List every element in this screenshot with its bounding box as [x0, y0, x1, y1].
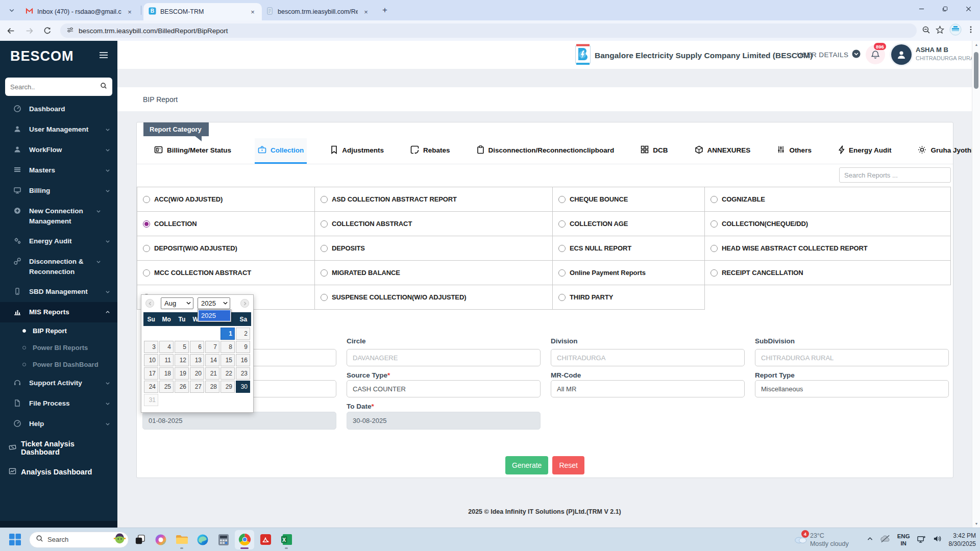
- option-deposits[interactable]: DEPOSITS: [315, 236, 553, 261]
- sidebar-item-billing[interactable]: Billing: [0, 181, 117, 201]
- option-suspense-collection[interactable]: SUSPENSE COLLECTION(W/O ADJUSTED): [315, 285, 553, 310]
- sidebar-search[interactable]: [5, 78, 112, 96]
- subdivision-field[interactable]: CHITRADURGA RURAL: [755, 349, 949, 366]
- task-view-button[interactable]: [130, 530, 150, 549]
- mr-code-field[interactable]: All MR: [551, 380, 745, 397]
- tab-annexures[interactable]: ANNEXURES: [692, 138, 754, 164]
- option-online-payment-reports[interactable]: Online Payment Reports: [553, 261, 705, 285]
- calendar-day[interactable]: 28: [205, 381, 219, 393]
- sidebar-item-analysis-dashboard[interactable]: Analysis Dashboard: [0, 462, 117, 482]
- generate-button[interactable]: Generate: [505, 456, 548, 474]
- maximize-button[interactable]: [933, 0, 957, 17]
- circle-field[interactable]: DAVANAGERE: [347, 349, 541, 366]
- browser-tab-gmail[interactable]: Inbox (470) - rsdaao@gmail.co ×: [20, 3, 139, 20]
- option-acc-wo-adjusted[interactable]: ACC(W/O ADJUSTED): [137, 187, 315, 212]
- option-collection-cheque-dd[interactable]: COLLECTION(CHEQUE/DD): [705, 212, 951, 236]
- tab-close-icon[interactable]: ×: [362, 8, 370, 16]
- clock-widget[interactable]: 3:42 PM8/30/2025: [949, 532, 976, 548]
- radio-icon[interactable]: [143, 196, 150, 203]
- tab-rebates[interactable]: Rebates: [407, 138, 453, 164]
- calendar-year-select[interactable]: 2025: [198, 297, 230, 309]
- radio-icon[interactable]: [558, 196, 566, 203]
- calendar-month-select[interactable]: Aug: [161, 297, 193, 309]
- option-collection-age[interactable]: COLLECTION AGE: [553, 212, 705, 236]
- sidebar-item-support-activity[interactable]: Support Activity: [0, 373, 117, 393]
- calendar-day[interactable]: 31: [144, 394, 158, 406]
- division-field[interactable]: CHITRADURGA: [551, 349, 745, 366]
- sidebar-subitem-power-bi-reports[interactable]: Power BI Reports: [0, 339, 117, 356]
- radio-icon[interactable]: [710, 220, 718, 228]
- back-icon[interactable]: [3, 23, 18, 38]
- volume-icon[interactable]: [933, 535, 942, 545]
- sidebar-item-new-connection[interactable]: New Connection Management: [0, 201, 117, 231]
- tab-collection[interactable]: Collection: [255, 138, 307, 164]
- sidebar-item-masters[interactable]: Masters: [0, 160, 117, 181]
- option-migrated-balance[interactable]: MIGRATED BALANCE: [315, 261, 553, 285]
- calendar-day[interactable]: 16: [236, 354, 250, 366]
- calendar-day[interactable]: 1: [220, 328, 235, 340]
- tab-search-icon[interactable]: [4, 3, 19, 18]
- radio-icon[interactable]: [321, 269, 328, 277]
- url-text[interactable]: bescom.trm.ieasybill.com/BilledReport/Bi…: [79, 27, 228, 35]
- sidebar-item-energy-audit[interactable]: Energy Audit: [0, 231, 117, 252]
- reset-button[interactable]: Reset: [552, 456, 584, 474]
- option-asd-collection-abstract[interactable]: ASD COLLECTION ABSTRACT REPORT: [315, 187, 553, 212]
- tab-adjustments[interactable]: Adjustments: [327, 138, 387, 164]
- sidebar-subitem-power-bi-dashboard[interactable]: Power BI DashBoard: [0, 356, 117, 373]
- to-date-field[interactable]: 30-08-2025: [347, 412, 541, 430]
- calendar-day[interactable]: 26: [175, 381, 189, 393]
- tab-close-icon[interactable]: ×: [126, 8, 134, 16]
- close-window-button[interactable]: [957, 0, 980, 17]
- option-receipt-cancellation[interactable]: RECEIPT CANCELLATION: [705, 261, 951, 285]
- radio-icon[interactable]: [558, 269, 566, 277]
- forward-icon[interactable]: [21, 23, 37, 38]
- chrome-button[interactable]: [235, 530, 254, 549]
- notification-bell[interactable]: 896: [866, 45, 885, 64]
- tab-energy-audit[interactable]: Energy Audit: [835, 138, 895, 164]
- hamburger-icon[interactable]: [99, 52, 108, 61]
- radio-icon[interactable]: [710, 269, 718, 277]
- calendar-day[interactable]: 23: [236, 367, 250, 380]
- calendar-day[interactable]: 17: [144, 367, 158, 380]
- sidebar-item-user-management[interactable]: User Management: [0, 119, 117, 140]
- calendar-day[interactable]: 9: [236, 341, 250, 353]
- calendar-day[interactable]: 3: [144, 341, 158, 353]
- tab-dcb[interactable]: DCB: [638, 138, 671, 164]
- url-bar[interactable]: bescom.trm.ieasybill.com/BilledReport/Bi…: [60, 23, 917, 38]
- scrollbar-thumb[interactable]: [974, 52, 978, 89]
- calendar-day[interactable]: 6: [190, 341, 204, 353]
- calendar-day[interactable]: 22: [220, 367, 235, 380]
- calendar-day[interactable]: 20: [190, 367, 204, 380]
- profile-avatar[interactable]: [949, 23, 962, 38]
- from-date-field[interactable]: 01-08-2025: [142, 412, 336, 430]
- reload-icon[interactable]: [40, 23, 55, 38]
- radio-icon[interactable]: [710, 196, 718, 203]
- sidebar-item-mis-reports[interactable]: MIS Reports: [0, 302, 117, 322]
- menu-dots-icon[interactable]: [967, 26, 975, 36]
- radio-icon[interactable]: [321, 196, 328, 203]
- search-icon[interactable]: [100, 82, 107, 91]
- tab-disconnection-reconnection[interactable]: Disconnection/Reconnectionclipboard: [474, 138, 618, 164]
- network-icon[interactable]: [917, 535, 926, 545]
- calendar-day[interactable]: 18: [159, 367, 174, 380]
- option-ecs-null-report[interactable]: ECS NULL REPORT: [553, 236, 705, 261]
- search-reports-input[interactable]: [839, 167, 951, 183]
- browser-tab-report[interactable]: bescom.trm.ieasybill.com/Rep ×: [262, 3, 375, 20]
- sidebar-item-file-process[interactable]: File Process: [0, 393, 117, 414]
- calendar-day[interactable]: 14: [205, 354, 219, 366]
- acrobat-button[interactable]: [256, 530, 275, 549]
- option-collection-abstract[interactable]: COLLECTION ABSTRACT: [315, 212, 553, 236]
- calendar-day[interactable]: 19: [175, 367, 189, 380]
- edge-button[interactable]: [193, 530, 212, 549]
- calendar-day[interactable]: 12: [175, 354, 189, 366]
- calendar-day[interactable]: 5: [175, 341, 189, 353]
- calendar-day[interactable]: 27: [190, 381, 204, 393]
- radio-icon[interactable]: [321, 294, 328, 301]
- calculator-button[interactable]: [214, 530, 233, 549]
- sidebar-item-workflow[interactable]: WorkFlow: [0, 140, 117, 160]
- calendar-day[interactable]: 2: [236, 328, 250, 340]
- calendar-day[interactable]: 30: [236, 381, 250, 393]
- tab-close-icon[interactable]: ×: [249, 8, 257, 16]
- calendar-day[interactable]: 24: [144, 381, 158, 393]
- site-settings-icon[interactable]: [66, 26, 74, 36]
